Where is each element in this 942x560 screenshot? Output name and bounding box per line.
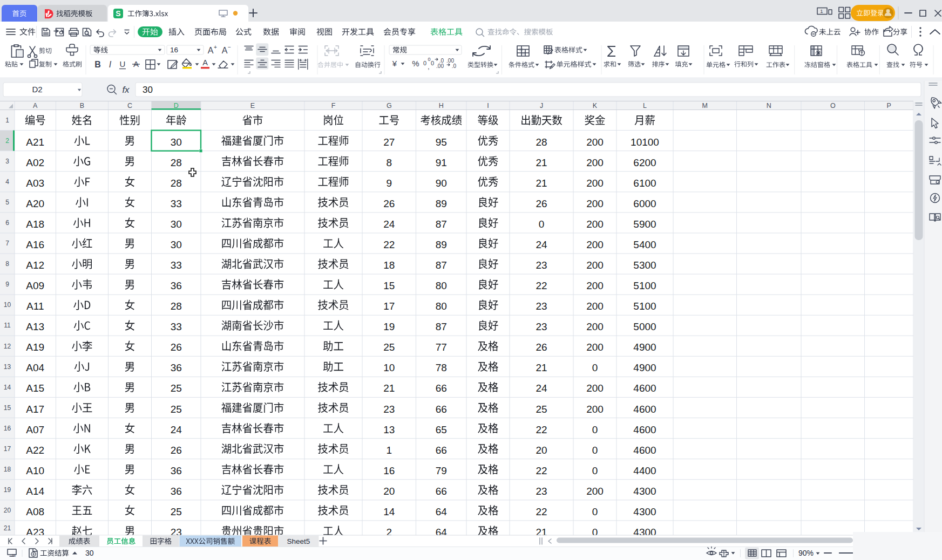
svg-text:2: 2 (5, 137, 9, 145)
svg-text:0: 0 (592, 465, 598, 476)
svg-text:28: 28 (171, 301, 182, 312)
svg-text:26: 26 (536, 198, 547, 209)
svg-text:28: 28 (171, 177, 182, 189)
svg-text:S: S (116, 9, 120, 18)
svg-text:0: 0 (539, 218, 545, 230)
svg-text:A09: A09 (26, 280, 44, 291)
svg-text:C: C (127, 102, 132, 110)
svg-text:A02: A02 (26, 157, 44, 168)
svg-text:66: 66 (436, 404, 447, 415)
svg-text:18: 18 (4, 466, 11, 473)
svg-text:4900: 4900 (633, 362, 656, 373)
svg-text:87: 87 (436, 259, 447, 271)
svg-text:95: 95 (436, 136, 447, 148)
svg-text:13: 13 (383, 424, 395, 435)
svg-text:5100: 5100 (633, 301, 656, 312)
svg-text:4300: 4300 (633, 506, 656, 517)
svg-text:A03: A03 (26, 177, 44, 189)
svg-text:20: 20 (536, 445, 547, 456)
svg-text:36: 36 (171, 465, 182, 476)
svg-text:200: 200 (586, 321, 604, 332)
svg-text:21: 21 (536, 362, 547, 373)
svg-text:0: 0 (592, 506, 598, 517)
svg-text:26: 26 (171, 445, 182, 456)
svg-text:P: P (887, 102, 891, 110)
svg-text:H: H (439, 102, 444, 110)
svg-text:30: 30 (85, 549, 94, 557)
svg-text:33: 33 (171, 198, 182, 209)
svg-text:30: 30 (171, 218, 182, 230)
svg-text:12: 12 (4, 343, 11, 350)
svg-text:200: 200 (586, 198, 604, 209)
svg-text:A12: A12 (26, 259, 44, 271)
svg-text:5400: 5400 (633, 239, 656, 250)
svg-text:200: 200 (586, 239, 604, 250)
svg-text:200: 200 (586, 404, 604, 415)
svg-text:16: 16 (4, 425, 11, 432)
svg-text:21: 21 (536, 157, 547, 168)
svg-text:D: D (174, 102, 179, 110)
svg-text:8: 8 (5, 260, 9, 268)
svg-text:28: 28 (171, 157, 182, 168)
svg-text:200: 200 (586, 136, 604, 148)
svg-text:A16: A16 (26, 239, 44, 250)
svg-text:A04: A04 (26, 362, 44, 373)
svg-text:6100: 6100 (633, 177, 656, 189)
svg-text:25: 25 (171, 404, 182, 415)
svg-text:65: 65 (436, 424, 447, 435)
svg-text:1: 1 (5, 117, 9, 124)
svg-text:90%: 90% (798, 549, 814, 557)
svg-text:36: 36 (171, 280, 182, 291)
svg-text:5900: 5900 (633, 218, 656, 230)
svg-text:B: B (80, 102, 84, 110)
svg-text:80: 80 (436, 301, 447, 312)
svg-text:200: 200 (586, 177, 604, 189)
svg-text:36: 36 (171, 486, 182, 497)
svg-text:25: 25 (171, 383, 182, 394)
svg-text:A18: A18 (26, 218, 44, 230)
svg-text:10: 10 (383, 362, 395, 373)
svg-text:3: 3 (5, 158, 9, 165)
svg-text:10: 10 (4, 301, 11, 309)
svg-text:25: 25 (171, 506, 182, 517)
svg-text:K: K (593, 102, 598, 110)
svg-text:4600: 4600 (633, 424, 656, 435)
svg-text:19: 19 (383, 321, 395, 332)
svg-text:18: 18 (383, 259, 395, 271)
svg-text:7: 7 (5, 240, 9, 247)
svg-text:90: 90 (436, 177, 447, 189)
svg-text:19: 19 (4, 486, 11, 494)
svg-text:U: U (120, 59, 126, 69)
svg-text:4600: 4600 (633, 404, 656, 415)
svg-text:26: 26 (536, 342, 547, 353)
svg-text:8: 8 (386, 157, 392, 168)
svg-text:O: O (830, 102, 836, 110)
svg-text:16: 16 (170, 46, 178, 54)
svg-text:200: 200 (586, 218, 604, 230)
svg-text:5: 5 (5, 199, 9, 206)
svg-text:L: L (643, 102, 647, 110)
svg-text:.0: .0 (452, 63, 457, 69)
svg-text:200: 200 (586, 259, 604, 271)
svg-text:15: 15 (4, 404, 11, 412)
svg-text:1: 1 (820, 8, 823, 14)
svg-text:Sheet5: Sheet5 (287, 537, 310, 545)
svg-text:24: 24 (536, 239, 547, 250)
svg-text:4600: 4600 (633, 445, 656, 456)
svg-text:20: 20 (383, 486, 395, 497)
svg-text:25: 25 (383, 342, 395, 353)
svg-text:22: 22 (536, 280, 547, 291)
svg-text:21: 21 (383, 383, 395, 394)
svg-text:33: 33 (171, 321, 182, 332)
svg-text:%: % (412, 59, 419, 68)
svg-text:4600: 4600 (633, 383, 656, 394)
svg-text:24: 24 (171, 424, 182, 435)
svg-text:5100: 5100 (633, 280, 656, 291)
svg-text:21: 21 (536, 177, 547, 189)
svg-text:14: 14 (383, 506, 395, 517)
svg-text:26: 26 (171, 342, 182, 353)
svg-text:+: + (214, 44, 217, 50)
svg-text:M: M (702, 102, 708, 110)
svg-text:23: 23 (383, 404, 395, 415)
svg-text:6: 6 (5, 219, 9, 227)
